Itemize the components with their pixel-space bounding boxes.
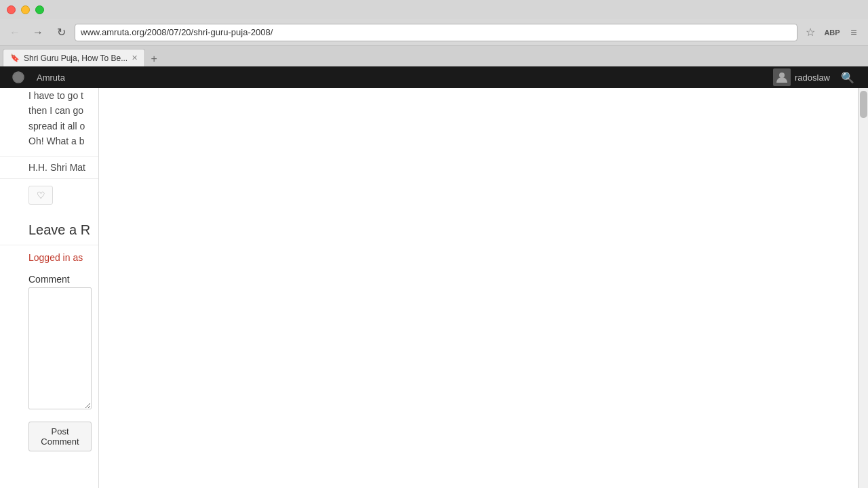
search-icon: 🔍 bbox=[841, 72, 854, 83]
comment-label: Comment bbox=[0, 270, 98, 287]
active-tab[interactable]: 🔖 Shri Guru Puja, How To Be... ✕ bbox=[3, 49, 145, 66]
tab-favicon: 🔖 bbox=[10, 54, 20, 62]
post-author: H.H. Shri Mat bbox=[0, 157, 98, 179]
adblock-button[interactable]: ABP bbox=[823, 24, 841, 41]
logged-in-link[interactable]: Logged in as bbox=[0, 245, 98, 270]
wp-site-name[interactable]: Amruta bbox=[28, 66, 73, 88]
close-window-btn[interactable] bbox=[7, 5, 16, 14]
adblock-icon: ABP bbox=[824, 28, 840, 37]
overlay-panel bbox=[98, 88, 858, 488]
post-comment-button[interactable]: Post Comment bbox=[28, 422, 92, 451]
wp-logo[interactable] bbox=[8, 66, 28, 88]
forward-button[interactable]: → bbox=[28, 23, 47, 42]
back-button[interactable]: ← bbox=[5, 23, 24, 42]
maximize-window-btn[interactable] bbox=[35, 5, 44, 14]
back-icon: ← bbox=[9, 26, 20, 39]
tab-title: Shri Guru Puja, How To Be... bbox=[24, 54, 127, 63]
url-text: www.amruta.org/2008/07/20/shri-guru-puja… bbox=[81, 27, 273, 37]
tab-close-button[interactable]: ✕ bbox=[132, 54, 138, 62]
wp-admin-right: radoslaw 🔍 bbox=[768, 66, 860, 88]
new-tab-button[interactable]: + bbox=[145, 52, 163, 66]
scrollbar[interactable] bbox=[858, 88, 868, 488]
post-line1: I have to go t bbox=[28, 88, 92, 103]
browser-titlebar bbox=[0, 0, 868, 19]
toolbar-right: ☆ ABP ≡ bbox=[802, 24, 863, 41]
post-line2: then I can go bbox=[28, 103, 92, 118]
wp-search-button[interactable]: 🔍 bbox=[835, 71, 860, 84]
minimize-window-btn[interactable] bbox=[21, 5, 30, 14]
browser-menu-button[interactable]: ≡ bbox=[845, 24, 863, 41]
post-line3: spread it all o bbox=[28, 119, 92, 134]
tab-bar: 🔖 Shri Guru Puja, How To Be... ✕ + bbox=[0, 46, 868, 66]
menu-icon: ≡ bbox=[850, 26, 856, 39]
user-avatar bbox=[773, 68, 791, 86]
forward-icon: → bbox=[33, 26, 43, 39]
bookmark-button[interactable]: ☆ bbox=[802, 24, 819, 41]
leave-reply-heading: Leave a R bbox=[0, 211, 98, 245]
post-text: I have to go t then I can go spread it a… bbox=[0, 88, 98, 157]
reload-icon: ↻ bbox=[57, 26, 66, 39]
star-icon: ☆ bbox=[806, 26, 815, 39]
content-panel: I have to go t then I can go spread it a… bbox=[0, 88, 98, 488]
heart-icon: ♡ bbox=[37, 190, 45, 201]
scrollbar-thumb[interactable] bbox=[860, 91, 867, 118]
browser-toolbar: ← → ↻ www.amruta.org/2008/07/20/shri-gur… bbox=[0, 19, 868, 46]
reload-button[interactable]: ↻ bbox=[52, 23, 71, 42]
address-bar[interactable]: www.amruta.org/2008/07/20/shri-guru-puja… bbox=[75, 24, 797, 41]
username-label: radoslaw bbox=[795, 73, 830, 83]
wp-admin-bar: Amruta radoslaw 🔍 bbox=[0, 66, 868, 88]
comment-textarea[interactable] bbox=[28, 287, 92, 409]
post-line4: Oh! What a b bbox=[28, 134, 92, 148]
page-wrapper: I have to go t then I can go spread it a… bbox=[0, 88, 868, 488]
wp-user-menu[interactable]: radoslaw bbox=[768, 66, 835, 88]
svg-point-1 bbox=[779, 73, 785, 78]
like-button[interactable]: ♡ bbox=[28, 186, 53, 205]
